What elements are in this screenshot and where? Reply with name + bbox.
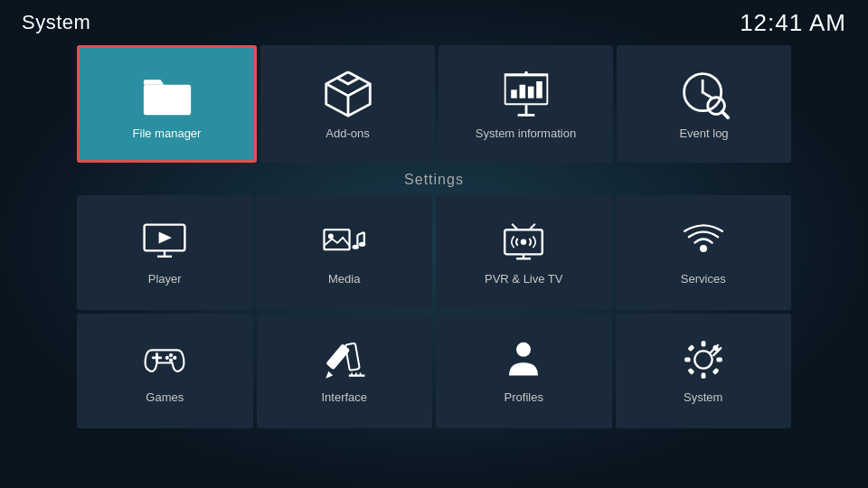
svg-rect-6 bbox=[527, 86, 533, 98]
svg-rect-58 bbox=[687, 368, 694, 375]
svg-rect-45 bbox=[345, 343, 360, 371]
svg-rect-22 bbox=[324, 230, 349, 249]
player-icon bbox=[143, 220, 186, 263]
tile-event-log[interactable]: Event log bbox=[617, 45, 791, 163]
settings-header: Settings bbox=[0, 163, 868, 195]
media-icon bbox=[323, 220, 366, 263]
tile-add-ons[interactable]: Add-ons bbox=[260, 45, 435, 163]
header: System 12:41 AM bbox=[0, 0, 868, 45]
tile-media-label: Media bbox=[328, 272, 360, 286]
event-log-icon bbox=[679, 69, 730, 119]
tile-games-label: Games bbox=[146, 390, 184, 404]
services-icon bbox=[682, 220, 725, 263]
svg-rect-4 bbox=[511, 89, 517, 98]
svg-point-50 bbox=[516, 343, 531, 357]
svg-line-16 bbox=[722, 111, 728, 117]
page: System 12:41 AM File manager Add-ons bbox=[0, 0, 868, 488]
svg-point-40 bbox=[173, 356, 176, 360]
svg-line-25 bbox=[357, 232, 363, 235]
tile-system-label: System bbox=[684, 390, 722, 404]
svg-point-39 bbox=[169, 353, 173, 357]
svg-point-42 bbox=[165, 356, 169, 360]
tile-system-information[interactable]: System information bbox=[439, 45, 613, 163]
tile-system[interactable]: System bbox=[616, 314, 792, 428]
tile-player[interactable]: Player bbox=[77, 195, 253, 310]
tile-file-manager[interactable]: File manager bbox=[77, 45, 257, 163]
svg-rect-54 bbox=[684, 358, 690, 362]
top-tiles-row: File manager Add-ons bbox=[0, 45, 868, 163]
system-icon bbox=[682, 338, 725, 381]
tile-event-log-label: Event log bbox=[679, 127, 728, 140]
tile-games[interactable]: Games bbox=[77, 314, 253, 428]
svg-rect-56 bbox=[687, 344, 694, 352]
svg-point-41 bbox=[169, 359, 173, 362]
svg-rect-55 bbox=[716, 358, 722, 362]
svg-rect-0 bbox=[143, 84, 190, 115]
tile-services-label: Services bbox=[681, 272, 726, 286]
svg-rect-59 bbox=[712, 368, 719, 375]
addons-icon bbox=[323, 69, 373, 119]
settings-grid: Player Media bbox=[0, 195, 868, 428]
system-info-icon bbox=[501, 69, 552, 119]
svg-point-28 bbox=[359, 242, 365, 247]
svg-point-27 bbox=[352, 245, 358, 249]
tile-player-label: Player bbox=[148, 272, 182, 286]
interface-icon bbox=[323, 338, 366, 381]
tile-add-ons-label: Add-ons bbox=[326, 127, 369, 140]
svg-point-51 bbox=[697, 354, 709, 366]
svg-rect-7 bbox=[536, 81, 542, 99]
tile-system-information-label: System information bbox=[476, 127, 576, 140]
page-title: System bbox=[22, 11, 90, 34]
tile-interface[interactable]: Interface bbox=[257, 314, 433, 428]
clock: 12:41 AM bbox=[740, 9, 846, 37]
tile-profiles[interactable]: Profiles bbox=[436, 314, 612, 428]
svg-point-11 bbox=[524, 70, 528, 74]
tile-pvr-live-tv[interactable]: PVR & Live TV bbox=[436, 195, 612, 310]
games-icon bbox=[143, 338, 186, 381]
svg-line-14 bbox=[703, 92, 711, 98]
svg-point-33 bbox=[521, 239, 526, 245]
svg-marker-44 bbox=[326, 371, 333, 379]
tile-file-manager-label: File manager bbox=[133, 127, 202, 140]
svg-rect-52 bbox=[701, 341, 705, 346]
svg-rect-53 bbox=[701, 372, 705, 378]
profiles-icon bbox=[502, 338, 545, 381]
pvr-icon bbox=[502, 220, 545, 263]
tile-interface-label: Interface bbox=[321, 390, 367, 404]
tile-media[interactable]: Media bbox=[257, 195, 433, 310]
tile-pvr-live-tv-label: PVR & Live TV bbox=[485, 272, 562, 286]
svg-point-36 bbox=[700, 245, 707, 252]
svg-rect-5 bbox=[519, 84, 525, 98]
tile-services[interactable]: Services bbox=[616, 195, 792, 310]
folder-icon bbox=[142, 69, 193, 119]
tile-profiles-label: Profiles bbox=[505, 390, 543, 404]
svg-point-23 bbox=[328, 234, 334, 239]
